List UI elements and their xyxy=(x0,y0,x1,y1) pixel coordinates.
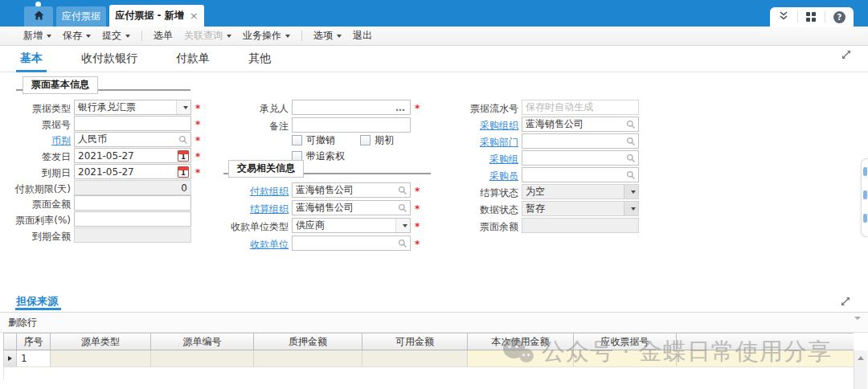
tab-basic[interactable]: 基本 xyxy=(20,46,43,72)
row-filler xyxy=(677,350,854,366)
cell-3[interactable] xyxy=(254,350,362,366)
due-date-field[interactable]: 2021-05-271 xyxy=(74,164,191,179)
grid-header-filler xyxy=(677,334,854,350)
face-amount-field[interactable] xyxy=(74,195,191,211)
side-panel-handle[interactable] xyxy=(861,158,868,237)
toolbar-item-exit[interactable]: 退出 xyxy=(349,29,376,43)
bill-no-field[interactable] xyxy=(74,116,191,131)
toolbar-item-submit[interactable]: 提交 xyxy=(98,29,134,43)
purchase-org-lookup-button[interactable] xyxy=(624,120,638,129)
required-mark: * xyxy=(195,167,200,178)
expand-icon[interactable] xyxy=(840,296,851,307)
scroll-up-icon[interactable] xyxy=(858,356,864,360)
grid-column-header[interactable]: 可用金额 xyxy=(362,334,468,350)
tab-banks[interactable]: 收付款银行 xyxy=(81,46,137,72)
required-mark: * xyxy=(415,186,420,197)
toolbar-item-new[interactable]: 新增 xyxy=(19,29,55,43)
close-icon[interactable]: × xyxy=(190,10,199,22)
bill-type-dropdown-button[interactable] xyxy=(176,100,190,114)
bill-type-value: 银行承兑汇票 xyxy=(75,100,176,114)
grid-column-header[interactable]: 序号 xyxy=(17,334,51,350)
grid-column-header[interactable]: 应收票据号 xyxy=(574,334,677,350)
cell-5[interactable] xyxy=(468,350,574,366)
bill-type-field[interactable]: 银行承兑汇票 xyxy=(74,100,191,115)
payment-org-value: 蓝海销售公司 xyxy=(293,183,395,197)
home-tab[interactable] xyxy=(24,6,53,27)
calendar-icon[interactable]: 1 xyxy=(178,150,189,162)
tab-other[interactable]: 其他 xyxy=(248,46,271,72)
toolbar-item-business-ops[interactable]: 业务操作 xyxy=(239,29,294,43)
currency-lookup-button[interactable] xyxy=(176,135,190,145)
chevron-down-icon xyxy=(125,35,130,38)
data-status-value: 暂存 xyxy=(522,202,624,215)
acceptor-picker-button[interactable]: … xyxy=(395,102,406,113)
delete-row-button[interactable]: 删除行 xyxy=(8,316,37,330)
currency-field[interactable]: 人民币 xyxy=(74,132,191,147)
grid-column-header[interactable]: 质押金额 xyxy=(254,334,362,350)
cell-2[interactable] xyxy=(151,350,254,366)
toolbar-item-options[interactable]: 选项 xyxy=(309,29,346,43)
cell-seq[interactable]: 1 xyxy=(17,350,51,366)
toolbar-item-save[interactable]: 保存 xyxy=(59,29,95,43)
expand-icon[interactable] xyxy=(841,49,852,60)
toolbar-item-label: 提交 xyxy=(102,29,121,43)
purchase-group-label[interactable]: 采购组 xyxy=(489,153,518,166)
tab-guarantee-source[interactable]: 担保来源 xyxy=(16,294,58,309)
required-mark: * xyxy=(195,119,200,130)
remark-field[interactable] xyxy=(292,117,411,133)
payment-org-lookup-button[interactable] xyxy=(395,186,410,195)
settlement-org-field[interactable]: 蓝海销售公司 xyxy=(292,200,411,215)
due-amount-label: 到期金额 xyxy=(32,230,71,244)
magnifier-icon xyxy=(626,170,636,180)
settlement-org-lookup-button[interactable] xyxy=(395,203,410,213)
purchase-group-lookup-button[interactable] xyxy=(624,154,638,163)
grid-column-header[interactable]: 本次使用金额 xyxy=(468,334,574,350)
calendar-icon[interactable]: 1 xyxy=(178,166,189,178)
grid-column-header[interactable]: 源单编号 xyxy=(151,334,254,350)
required-mark: * xyxy=(415,203,420,215)
help-icon[interactable]: ? xyxy=(833,11,845,23)
window-tab-label: 应付票据 xyxy=(62,10,100,23)
payee-field[interactable] xyxy=(292,235,411,251)
purchase-org-label[interactable]: 采购组织 xyxy=(480,119,518,133)
purchase-org-value: 蓝海销售公司 xyxy=(522,117,624,131)
cell-6[interactable] xyxy=(574,350,677,366)
cell-1[interactable] xyxy=(51,350,151,366)
revocable-checkbox[interactable] xyxy=(292,135,302,145)
purchase-group-field[interactable] xyxy=(522,150,639,166)
acceptor-field[interactable]: … xyxy=(292,100,411,115)
purchaser-lookup-button[interactable] xyxy=(624,170,638,180)
face-rate-field[interactable] xyxy=(74,211,191,227)
collapse-toolbar-icon[interactable] xyxy=(778,10,789,23)
purchase-dept-label[interactable]: 采购部门 xyxy=(480,136,518,149)
payee-label[interactable]: 收款单位 xyxy=(250,238,289,252)
grid-column-header[interactable]: 源单类型 xyxy=(51,334,151,350)
payee-lookup-button[interactable] xyxy=(395,239,410,248)
toolbar-item-pick-bill[interactable]: 选单 xyxy=(149,29,177,43)
initial-checkbox[interactable] xyxy=(360,135,371,145)
payment-org-label[interactable]: 付款组织 xyxy=(250,185,289,199)
issue-date-field[interactable]: 2021-05-271 xyxy=(74,148,191,163)
payment-org-field[interactable]: 蓝海销售公司 xyxy=(292,182,411,198)
purchase-dept-field[interactable] xyxy=(522,133,639,149)
payee-type-dropdown-button[interactable] xyxy=(395,219,410,232)
window-tab-payable-bills[interactable]: 应付票据 xyxy=(56,6,106,27)
app-grid-icon[interactable] xyxy=(806,12,816,22)
tab-payment-bill[interactable]: 付款单 xyxy=(176,46,210,72)
with-recourse-checkbox-label: 带追索权 xyxy=(306,149,345,163)
window-tab-payable-bill-new[interactable]: 应付票据 - 新增 × xyxy=(109,5,204,27)
cell-4[interactable] xyxy=(362,350,468,366)
currency-label[interactable]: 币别 xyxy=(51,134,71,148)
field-row-settlement-org: 结算组织蓝海销售公司* xyxy=(227,200,424,216)
purchaser-field[interactable] xyxy=(522,167,639,182)
purchase-org-field[interactable]: 蓝海销售公司 xyxy=(522,117,639,132)
grid-row: 1 xyxy=(3,350,854,367)
payee-type-field[interactable]: 供应商 xyxy=(292,218,411,233)
collapse-panel-icon[interactable] xyxy=(854,320,862,331)
purchaser-label[interactable]: 采购员 xyxy=(489,170,518,183)
settlement-org-label[interactable]: 结算组织 xyxy=(250,203,289,216)
purchase-dept-lookup-button[interactable] xyxy=(624,137,638,146)
issue-date-value: 2021-05-27 xyxy=(75,150,178,162)
vertical-scrollbar[interactable] xyxy=(854,350,867,389)
toolbar-item-label: 选单 xyxy=(154,29,173,43)
